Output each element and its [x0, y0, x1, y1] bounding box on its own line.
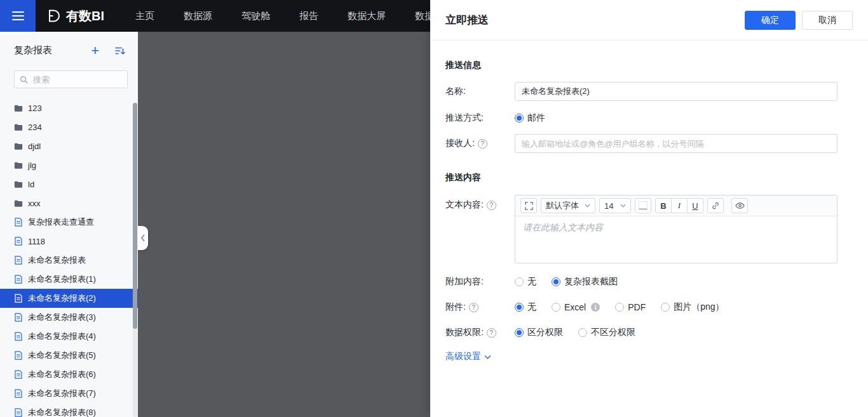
radio-label: 无	[527, 301, 536, 313]
menu-button[interactable]	[0, 0, 36, 32]
sort-button[interactable]	[114, 46, 125, 56]
nav-item-3[interactable]: 驾驶舱	[227, 0, 285, 32]
italic-button[interactable]: I	[671, 198, 688, 213]
radio-option[interactable]: 无	[515, 301, 536, 313]
preview-button[interactable]	[731, 198, 748, 213]
permission-help-icon[interactable]: ?	[487, 328, 496, 338]
recipients-row: 接收人: ?	[445, 134, 853, 153]
drawer-title: 立即推送	[445, 13, 745, 27]
add-report-button[interactable]: +	[91, 45, 99, 56]
radio-option[interactable]: 无	[515, 276, 536, 288]
tree-item[interactable]: 复杂报表走查通查	[0, 213, 138, 232]
attachment-help-icon[interactable]: ?	[469, 303, 478, 312]
drawer-body: 推送信息 名称: 推送方式: 邮件 接收人: ? 推送内容 文本内容:	[430, 60, 868, 362]
radio-option[interactable]: 邮件	[515, 112, 545, 124]
tree-item-label: 未命名复杂报表(7)	[28, 388, 96, 399]
tree-item-label: jlg	[28, 161, 36, 170]
file-icon	[14, 237, 23, 246]
tree-item[interactable]: 未命名复杂报表(1)	[0, 270, 138, 289]
attachment-label: 附件:	[445, 301, 466, 313]
radio-checked-icon[interactable]	[515, 328, 524, 337]
advanced-settings-link[interactable]: 高级设置	[445, 351, 491, 362]
tree-item[interactable]: 未命名复杂报表(4)	[0, 327, 138, 346]
radio-option[interactable]: PDF	[615, 302, 646, 312]
link-icon	[711, 201, 720, 210]
nav-item-5[interactable]: 数据大屏	[333, 0, 400, 32]
sidebar-scrollbar[interactable]	[133, 103, 137, 417]
radio-option[interactable]: 图片（png）	[661, 301, 724, 313]
radio-icon[interactable]	[552, 303, 560, 312]
file-icon	[14, 389, 23, 398]
insert-link-button[interactable]	[707, 198, 724, 213]
radio-option[interactable]: 复杂报表截图	[552, 276, 618, 288]
radio-icon[interactable]	[661, 303, 670, 312]
sort-icon	[114, 46, 125, 56]
radio-icon[interactable]	[615, 303, 624, 312]
nav-item-4[interactable]: 报告	[285, 0, 333, 32]
text-style-group: B I U	[655, 198, 703, 213]
radio-checked-icon[interactable]	[515, 114, 524, 122]
method-label: 推送方式:	[445, 112, 515, 124]
radio-option[interactable]: 区分权限	[515, 327, 563, 338]
text-content-label: 文本内容:	[445, 199, 484, 211]
search-icon	[20, 76, 28, 84]
advanced-settings-label: 高级设置	[445, 351, 481, 362]
font-size-select[interactable]: 14	[599, 198, 631, 213]
tree-item[interactable]: 1118	[0, 232, 138, 251]
tree-item[interactable]: 未命名复杂报表(6)	[0, 365, 138, 384]
search-input[interactable]	[32, 74, 122, 85]
recipients-input[interactable]	[515, 134, 837, 153]
tree-item[interactable]: 未命名复杂报表(2)	[0, 289, 138, 308]
app-logo[interactable]: 有数BI	[46, 8, 104, 25]
radio-icon[interactable]	[515, 277, 524, 286]
radio-option[interactable]: Exceli	[552, 302, 600, 312]
scrollbar-thumb[interactable]	[133, 103, 137, 329]
editor-toolbar: 默认字体 14 B I U	[515, 195, 837, 216]
fullscreen-icon	[525, 202, 533, 210]
tree-item-label: 未命名复杂报表(4)	[28, 331, 96, 342]
tree-item[interactable]: 未命名复杂报表(5)	[0, 346, 138, 365]
nav-item-1[interactable]: 主页	[121, 0, 169, 32]
search-box[interactable]	[14, 70, 128, 88]
tree-item-label: 未命名复杂报表(1)	[28, 274, 96, 285]
file-icon	[14, 313, 23, 322]
font-family-select[interactable]: 默认字体	[541, 198, 595, 213]
section-push-content: 推送内容	[445, 172, 853, 183]
text-content-help-icon[interactable]: ?	[487, 201, 496, 210]
tree-item[interactable]: jlg	[0, 156, 138, 175]
tree-item[interactable]: 未命名复杂报表(8)	[0, 403, 138, 417]
tree-item[interactable]: xxx	[0, 194, 138, 213]
attachment-row: 附件: ? 无ExceliPDF图片（png）	[445, 298, 853, 317]
tree-item[interactable]: 未命名复杂报表(3)	[0, 308, 138, 327]
tree-item[interactable]: djdl	[0, 136, 138, 156]
tree-item[interactable]: 未命名复杂报表(7)	[0, 384, 138, 403]
bold-button[interactable]: B	[655, 198, 672, 213]
tree-item[interactable]: 123	[0, 98, 138, 117]
tree-item[interactable]: 未命名复杂报表	[0, 251, 138, 270]
name-input[interactable]	[515, 82, 837, 101]
logo-icon	[46, 8, 61, 23]
extra-content-label: 附加内容:	[445, 276, 515, 288]
radio-label: 图片（png）	[674, 301, 724, 313]
app-window: 有数BI 主页数据源驾驶舱报告数据大屏数据门户 复杂报表 + 123234djd…	[0, 0, 868, 417]
recipients-help-icon[interactable]: ?	[478, 139, 487, 149]
fullscreen-button[interactable]	[520, 198, 537, 213]
radio-checked-icon[interactable]	[552, 277, 560, 286]
nav-item-2[interactable]: 数据源	[169, 0, 227, 32]
radio-icon[interactable]	[578, 328, 587, 337]
cancel-button[interactable]: 取消	[802, 11, 853, 30]
sidebar-collapse-button[interactable]	[138, 226, 148, 250]
font-color-button[interactable]	[635, 198, 651, 213]
radio-checked-icon[interactable]	[515, 303, 524, 312]
chevron-down-icon	[620, 204, 626, 208]
color-swatch-icon	[639, 201, 648, 210]
confirm-button[interactable]: 确定	[745, 11, 796, 30]
tree-item[interactable]: 234	[0, 117, 138, 136]
tree-item[interactable]: ld	[0, 175, 138, 194]
tree-item-label: ld	[28, 180, 34, 189]
underline-button[interactable]: U	[687, 198, 703, 213]
hamburger-icon	[12, 11, 24, 20]
radio-option[interactable]: 不区分权限	[578, 327, 635, 338]
info-icon: i	[591, 303, 600, 312]
text-content-area[interactable]: 请在此输入文本内容	[515, 216, 837, 263]
